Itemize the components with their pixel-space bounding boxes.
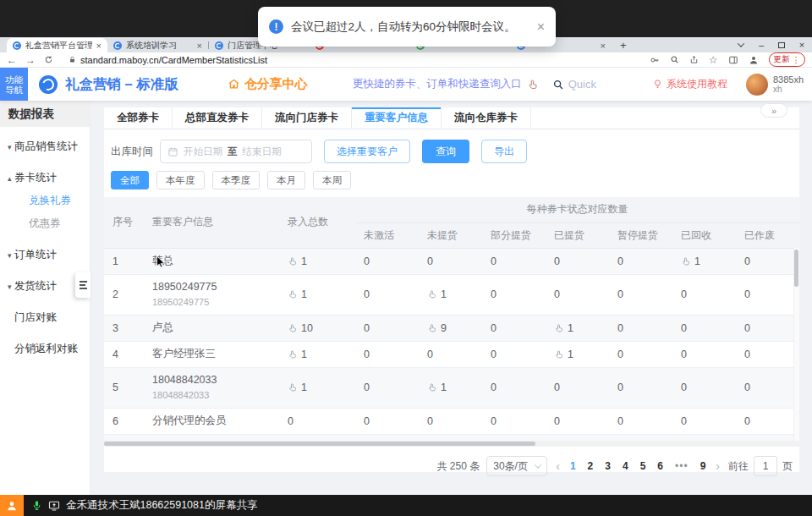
sidebar-item-rebate-reconciliation[interactable]: 分销返利对账: [0, 338, 90, 360]
cell-count[interactable]: 1: [672, 248, 736, 274]
sidebar-item-store-reconciliation[interactable]: 门店对账: [0, 306, 90, 329]
cell-count[interactable]: 1: [546, 341, 609, 367]
table-row: 2189502497751895024977510100000: [104, 274, 799, 315]
scrollbar-thumb[interactable]: [794, 250, 798, 287]
content-area: » 全部券卡 总部直发券卡 流向门店券卡 重要客户信息 流向仓库券卡 出库时间: [91, 101, 812, 495]
tab-close-icon[interactable]: ×: [96, 41, 102, 51]
prev-page-icon[interactable]: ‹: [554, 459, 562, 473]
calendar-icon: [167, 146, 178, 157]
tab-warehouse-flow-cards[interactable]: 流向仓库券卡: [442, 107, 531, 129]
back-icon[interactable]: ←: [7, 54, 17, 66]
refresh-icon[interactable]: [44, 55, 53, 64]
vertical-scrollbar[interactable]: [793, 248, 799, 441]
minimize-button[interactable]: –: [751, 37, 771, 52]
cell-count: 0: [672, 434, 736, 441]
cell-count: 0: [482, 274, 546, 315]
sidebar-item-product-sales[interactable]: ▾ 商品销售统计: [0, 135, 90, 158]
scrollbar-thumb[interactable]: [104, 442, 535, 446]
range-all-button[interactable]: 全部: [111, 171, 149, 189]
cell-count[interactable]: 1: [279, 274, 355, 315]
sidebar-item-card-stats[interactable]: ▴ 券卡统计: [0, 167, 90, 189]
cell-count[interactable]: 20: [279, 434, 355, 441]
app-body: 数据报表 ▾ 商品销售统计 ▴ 券卡统计 兑换礼券 优惠券 ▾ 订单统计: [0, 101, 812, 495]
goto-page-input[interactable]: 1: [754, 456, 777, 476]
app-logo: [39, 75, 58, 94]
bookmark-star-icon[interactable]: ☆: [709, 54, 718, 66]
range-year-button[interactable]: 本年度: [156, 171, 205, 189]
horizontal-scrollbar[interactable]: [104, 441, 799, 447]
expand-collapse-button[interactable]: »: [760, 103, 787, 118]
cell-count[interactable]: 10: [279, 315, 355, 341]
sidebar-item-coupon[interactable]: 优惠券: [0, 212, 90, 235]
cell-count: 0: [672, 274, 736, 315]
quick-entry-link[interactable]: 更快捷的券卡、订单和快递查询入口: [353, 77, 539, 91]
tab-all-cards[interactable]: 全部券卡: [104, 107, 173, 129]
toast-close-icon[interactable]: ×: [537, 19, 545, 35]
pointing-hand-icon: [554, 323, 564, 333]
select-customer-button[interactable]: 选择重要客户: [324, 140, 410, 163]
cell-count[interactable]: 18: [355, 434, 419, 441]
mouse-cursor: [155, 255, 167, 269]
tutorial-link[interactable]: 系统使用教程: [652, 77, 727, 91]
next-page-icon[interactable]: ›: [714, 459, 721, 473]
cell-customer-name: 1804884203318048842033: [144, 367, 279, 408]
chrome-update-button[interactable]: 更新 ⋮: [769, 52, 806, 67]
warehouse-share-center-link[interactable]: 仓分享中心: [228, 76, 308, 92]
cell-count[interactable]: 1: [279, 341, 355, 367]
browser-tab-giftbox[interactable]: 礼盒营销平台管理中心 ×: [7, 38, 107, 52]
export-button[interactable]: 导出: [481, 140, 527, 163]
cell-count: 0: [279, 408, 355, 434]
cell-count[interactable]: 1: [546, 315, 609, 341]
sidebar-collapse-handle[interactable]: [75, 272, 91, 298]
function-nav-toggle[interactable]: 功能 导航: [0, 68, 28, 101]
profile-icon[interactable]: [749, 55, 759, 65]
screen-share-icon[interactable]: [48, 500, 60, 512]
cell-count[interactable]: 1: [419, 274, 482, 315]
date-range-input[interactable]: 开始日期 至 结束日期: [160, 140, 312, 163]
tab-important-customers[interactable]: 重要客户信息: [352, 107, 442, 129]
page-number[interactable]: 4: [623, 460, 628, 472]
sidebar-item-label: 券卡统计: [14, 171, 57, 185]
range-week-button[interactable]: 本周: [313, 171, 351, 189]
user-menu[interactable]: 8385xh xh: [746, 74, 804, 96]
tab-close-icon[interactable]: ×: [601, 41, 606, 51]
microphone-icon[interactable]: [31, 500, 42, 511]
share-icon[interactable]: [689, 55, 699, 64]
new-tab-button[interactable]: +: [620, 39, 627, 52]
key-icon[interactable]: [650, 55, 660, 65]
maximize-button[interactable]: [771, 37, 792, 52]
quick-search[interactable]: Quick: [552, 78, 596, 91]
tab-store-flow-cards[interactable]: 流向门店券卡: [262, 107, 352, 129]
cell-count[interactable]: 1: [419, 367, 482, 408]
close-button[interactable]: ×: [792, 37, 812, 52]
side-panel-icon[interactable]: [728, 55, 738, 65]
cell-count[interactable]: 1: [419, 434, 482, 441]
tab-search-icon[interactable]: [731, 37, 751, 52]
page-number[interactable]: 1: [570, 460, 576, 472]
pointing-hand-icon: [288, 382, 298, 392]
forward-icon[interactable]: →: [25, 54, 36, 66]
sidebar-item-exchange-voucher[interactable]: 兑换礼券: [0, 189, 90, 212]
participant-icon[interactable]: [0, 495, 24, 516]
query-button[interactable]: 查询: [422, 140, 469, 163]
tab-close-icon[interactable]: ×: [197, 41, 202, 51]
sidebar-item-order-stats[interactable]: ▾ 订单统计: [0, 244, 90, 266]
page-number[interactable]: 2: [588, 460, 594, 472]
tab-hq-direct-cards[interactable]: 总部直发券卡: [173, 107, 262, 129]
range-quarter-button[interactable]: 本季度: [212, 171, 261, 189]
cell-count[interactable]: 9: [419, 315, 482, 341]
page-number[interactable]: 6: [657, 460, 663, 472]
zoom-icon[interactable]: [670, 55, 679, 64]
page-size-select[interactable]: 30条/页: [486, 456, 547, 476]
range-month-button[interactable]: 本月: [267, 171, 305, 189]
browser-tab-training[interactable]: 系统培训学习 ×: [107, 38, 208, 52]
url-field[interactable]: standard.maboy.cn/CardMemberStatisticsLi…: [69, 55, 650, 65]
table-row: 4客户经理张三10001000: [104, 341, 799, 367]
cell-count[interactable]: 1: [279, 248, 355, 274]
cell-count[interactable]: 1: [279, 367, 355, 408]
page-number[interactable]: 9: [700, 460, 706, 472]
cell-count[interactable]: 1: [546, 434, 609, 441]
page-number[interactable]: 5: [640, 460, 646, 472]
page-number[interactable]: 3: [605, 460, 611, 472]
user-sub: xh: [773, 85, 804, 94]
